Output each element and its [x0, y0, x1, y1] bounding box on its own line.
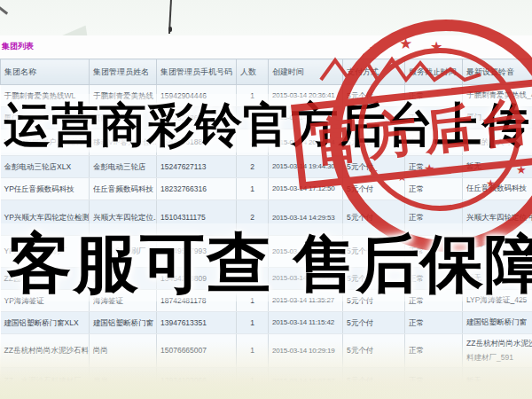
page-background: 集团列表 集团名称集团管理员姓名集团管理员手机号码人数创建时间支付方式服务截止时…: [0, 0, 532, 399]
cell: 13947613351: [157, 312, 237, 334]
cell: 正常: [405, 312, 463, 334]
column-header: 集团管理员姓名: [90, 59, 157, 85]
column-header: 集团管理员手机号码: [157, 59, 237, 85]
cell: 1: [237, 178, 269, 200]
column-header: 人数: [237, 59, 269, 85]
watermark-bottom-left-text: 客服可查: [7, 231, 273, 295]
table-row[interactable]: 建国铝塑断桥门窗XLX建国铝塑断桥门窗1394761335112015-03-1…: [1, 312, 532, 334]
cell: 15247627113: [157, 156, 237, 178]
watermark-bottom-right-text: 售后保障: [293, 232, 532, 295]
cell: 任丘音频数码科技: [90, 178, 157, 200]
cell: 建国铝塑断桥门窗: [90, 312, 157, 334]
tab-group-list[interactable]: 集团列表: [2, 41, 34, 52]
cell: 金彭电动三轮店XLX: [1, 156, 90, 178]
bottom-fade-overlay: [0, 341, 532, 399]
cell: 1: [237, 312, 269, 334]
official-stamp: ★ ★ ★ ★ ★ ★ ★ ★ 官方后台: [293, 13, 532, 253]
column-header: 集团名称: [1, 59, 90, 85]
star-icon: ★: [399, 36, 412, 51]
sketch-corner-mark: [0, 5, 8, 14]
cell: YP任丘音频数码科技: [1, 178, 90, 200]
pen-sketch-dot: [168, 27, 172, 32]
cell: 金彭电动三轮店: [90, 156, 157, 178]
cell: 2: [237, 156, 269, 178]
cell: 建国铝塑断桥门窗XLX: [1, 312, 90, 334]
cell: 2015-03-14 11:15:42: [269, 312, 343, 334]
stamp-zigzag-icon: [319, 51, 488, 83]
star-icon: ★: [486, 178, 496, 189]
cell: 18232766316: [157, 178, 237, 200]
cell: 建国铝塑断桥门窗: [463, 312, 532, 334]
cell: 5元个付: [343, 312, 405, 334]
stamp-text: 官方后台: [309, 96, 532, 168]
